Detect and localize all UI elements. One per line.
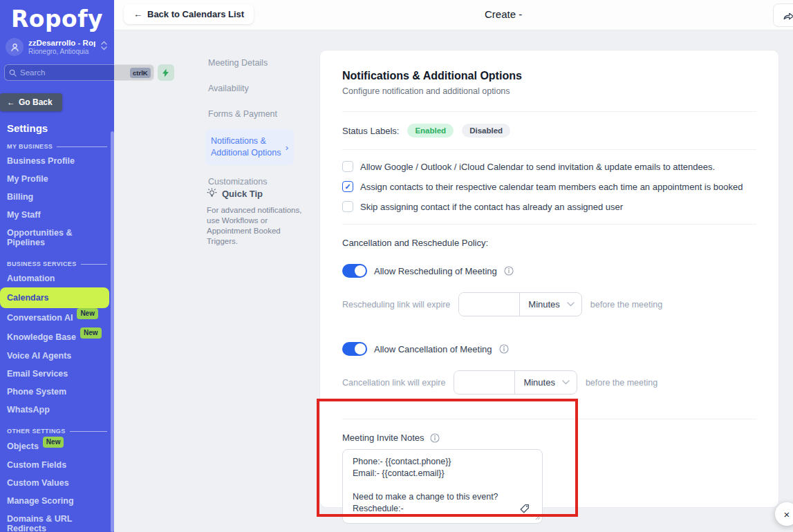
sidebar-item-opportunities-pipelines[interactable]: Opportunities & Pipelines [0,224,114,251]
sidebar-item-my-staff[interactable]: My Staff [0,206,114,224]
checkbox-unchecked-icon[interactable] [342,161,353,172]
meeting-invite-notes-textarea[interactable]: Phone:- {{contact.phone}} Email:- {{cont… [342,449,543,524]
divider [342,149,756,150]
section-header-label: BUSINESS SERVICES [7,260,77,267]
sidebar-item-label: Billing [7,192,33,202]
sidebar-item-billing[interactable]: Billing [0,188,114,206]
go-back-button[interactable]: ← Go Back [0,93,62,111]
info-icon[interactable] [504,266,514,276]
expire-suffix: before the meeting [590,300,662,310]
cancellation-expire-value-input[interactable] [454,371,515,394]
sidebar-scrollbar[interactable] [111,131,114,532]
panel-subtitle: Configure notification and additional op… [342,86,763,96]
sidebar-item-label: WhatsApp [7,405,50,415]
sidebar-item-label: Knowledge Base [7,332,76,342]
divider [81,264,107,265]
sidebar-item-label: Conversation AI [7,313,73,323]
allow-cancellation-toggle[interactable] [342,342,367,356]
sidebar-item-custom-values[interactable]: Custom Values [0,474,114,492]
cancellation-expire-row: Cancellation link will expire Minutes be… [342,370,763,395]
back-to-calendars-button[interactable]: ← Back to Calendars List [124,4,254,24]
account-switcher[interactable]: zzDesarrollo - Ropofy Rionegro, Antioqui… [6,38,109,56]
chevron-up-down-icon [100,40,109,54]
status-labels-label: Status Labels: [342,126,399,136]
page-title: Create - [485,8,522,20]
close-button[interactable]: × [775,502,793,526]
divider [342,419,756,419]
sidebar-item-automation[interactable]: Automation [0,269,114,287]
info-icon[interactable] [499,344,509,354]
checkbox-row-skip-assigning[interactable]: Skip assigning contact if the contact ha… [342,201,763,212]
sidebar: Ropofy zzDesarrollo - Ropofy Rionegro, A… [0,0,114,532]
calendar-step-nav: Meeting Details Availability Forms & Pay… [205,53,294,197]
sidebar-item-voice-ai-agents[interactable]: Voice AI Agents [0,347,114,365]
checkbox-row-assign-contacts[interactable]: ✓ Assign contacts to their respective ca… [342,181,763,192]
sidebar-item-custom-fields[interactable]: Custom Fields [0,456,114,474]
checkbox-checked-icon[interactable]: ✓ [342,181,353,192]
sidebar-item-objects[interactable]: ObjectsNew [0,437,114,456]
section-header-my-business: MY BUSINESS [7,143,107,150]
sidebar-item-domains-url-redirects[interactable]: Domains & URL Redirects [0,510,114,532]
ai-assistant-button[interactable] [158,64,174,81]
section-header-label: MY BUSINESS [7,143,53,150]
search-icon [9,69,17,77]
search-input[interactable] [20,68,127,77]
chevron-right-icon: › [286,142,288,153]
quick-tip-title: Quick Tip [222,189,263,199]
search-shortcut-badge: ctrlK [130,68,151,78]
checkbox-unchecked-icon[interactable] [342,201,353,212]
sidebar-item-label: Phone System [7,387,66,397]
tab-meeting-details[interactable]: Meeting Details [205,53,294,73]
allow-rescheduling-toggle[interactable] [342,264,367,278]
sidebar-item-my-profile[interactable]: My Profile [0,170,114,188]
quick-tip-body: For advanced notifications, use Workflow… [207,205,304,247]
tab-notifications-additional-options[interactable]: Notifications & Additional Options › [205,129,294,165]
notifications-options-panel: Notifications & Additional Options Confi… [319,50,779,508]
sidebar-item-whatsapp[interactable]: WhatsApp [0,401,114,419]
checkbox-label: Allow Google / Outlook / iCloud Calendar… [360,162,715,172]
checkbox-row-calendar-invites[interactable]: Allow Google / Outlook / iCloud Calendar… [342,161,763,172]
info-icon[interactable] [430,433,440,443]
new-badge: New [43,437,64,448]
sidebar-item-email-services[interactable]: Email Services [0,365,114,383]
tab-availability[interactable]: Availability [205,78,294,99]
sidebar-item-label: Custom Values [7,478,69,488]
sidebar-item-label: Custom Fields [7,460,66,470]
expire-prefix: Cancellation link will expire [342,378,445,388]
reschedule-expire-unit-select[interactable]: Minutes [520,293,581,316]
sidebar-item-business-profile[interactable]: Business Profile [0,152,114,170]
account-info: zzDesarrollo - Ropofy Rionegro, Antioqui… [28,39,95,55]
sidebar-item-knowledge-base[interactable]: Knowledge BaseNew [0,327,114,347]
quick-tip: Quick Tip For advanced notifications, us… [207,188,304,247]
status-enabled-badge[interactable]: Enabled [407,124,454,137]
divider [342,111,756,112]
tag-icon[interactable] [519,503,530,517]
cancellation-toggle-row: Allow Cancellation of Meeting [342,342,763,356]
sidebar-item-calendars[interactable]: Calendars [0,287,109,308]
policy-heading: Cancellation and Reschedule Policy: [342,238,763,248]
lightning-bolt-icon [162,68,169,77]
search-row: ctrlK [4,64,110,81]
sidebar-item-conversation-ai[interactable]: Conversation AINew [0,308,114,327]
tab-forms-payment[interactable]: Forms & Payment [205,104,294,124]
toggle-label: Allow Cancellation of Meeting [374,344,492,354]
back-arrow-icon: ← [133,9,142,19]
reschedule-toggle-row: Allow Rescheduling of Meeting [342,264,763,278]
back-arrow-icon: ← [7,97,15,107]
sidebar-item-label: My Staff [7,210,41,220]
search-box[interactable]: ctrlK [4,64,154,81]
section-header-business-services: BUSINESS SERVICES [7,260,107,267]
reschedule-expire-value-input[interactable] [459,293,520,316]
toggle-knob [355,343,366,354]
resize-handle[interactable] [535,511,541,523]
share-arrow-icon [783,10,793,21]
sidebar-item-label: Manage Scoring [7,496,74,506]
status-labels-row: Status Labels: Enabled Disabled [342,124,763,137]
cancellation-expire-unit-select[interactable]: Minutes [515,371,577,394]
share-button[interactable] [773,3,793,27]
avatar [6,38,24,56]
check-icon: ✓ [344,182,351,191]
sidebar-item-manage-scoring[interactable]: Manage Scoring [0,492,114,510]
status-disabled-badge[interactable]: Disabled [462,124,510,137]
sidebar-item-phone-system[interactable]: Phone System [0,383,114,401]
